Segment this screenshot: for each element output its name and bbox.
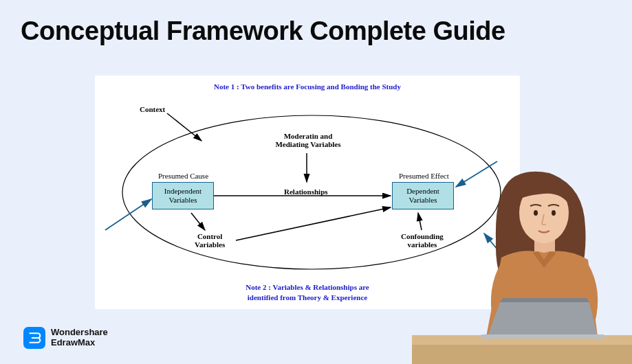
- svg-rect-11: [412, 345, 632, 364]
- brand-line2: EdrawMax: [51, 338, 108, 348]
- brand-text: Wondershare EdrawMax: [51, 328, 108, 348]
- person-illustration: [412, 130, 632, 364]
- svg-line-1: [167, 113, 201, 141]
- label-presumed-cause: Presumed Cause: [158, 172, 208, 180]
- box-independent: Independent Variables: [152, 182, 214, 209]
- label-moderating: Moderatin and Mediating Variables: [270, 132, 346, 148]
- svg-line-4: [191, 213, 205, 230]
- page-title: Conceptual Framework Complete Guide: [21, 16, 505, 46]
- svg-line-5: [236, 207, 391, 240]
- note2-line1: Note 2 : Variables & Relationships are: [246, 283, 369, 291]
- svg-rect-18: [481, 334, 604, 339]
- brand-line1: Wondershare: [51, 328, 108, 338]
- svg-line-7: [105, 199, 151, 230]
- label-relationships: Relationships: [284, 187, 328, 196]
- svg-point-14: [534, 210, 538, 216]
- brand-icon: [23, 327, 45, 349]
- diagram-note-2: Note 2 : Variables & Relationships are i…: [246, 282, 369, 302]
- note2-line2: identified from Theory & Experience: [248, 293, 367, 302]
- brand-logo: Wondershare EdrawMax: [23, 327, 108, 349]
- svg-point-15: [552, 210, 556, 216]
- label-control: Control Variables: [195, 232, 225, 249]
- label-context: Context: [140, 105, 165, 113]
- edrawmax-icon: [28, 331, 41, 345]
